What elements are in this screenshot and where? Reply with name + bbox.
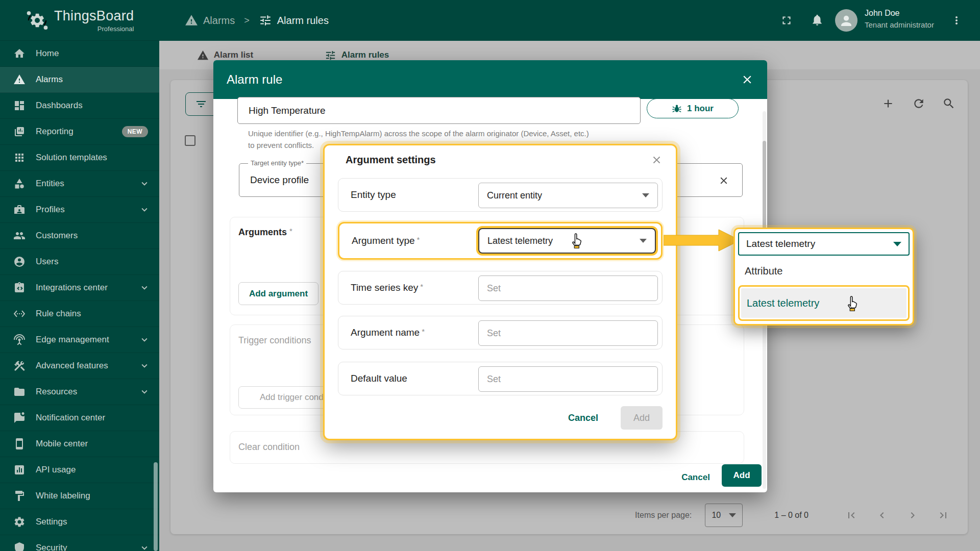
modal-header: Alarm rule (213, 60, 767, 99)
app: Alarms > Alarm rules John Doe Tenant adm… (0, 0, 980, 551)
new-badge: NEW (122, 126, 148, 137)
argument-settings-dialog: Argument settings Entity type Current en… (323, 144, 677, 440)
add-argument-button[interactable]: Add argument (238, 282, 318, 305)
chevron-down-icon (139, 386, 150, 397)
sidebar-item-entities[interactable]: Entities (0, 171, 159, 197)
bug-icon (672, 104, 682, 114)
user-name: John Doe (865, 9, 934, 18)
argument-type-select[interactable]: Latest telemetry (478, 228, 656, 254)
sidebar-item-white-labeling[interactable]: White labeling (0, 483, 159, 509)
sidebar-item-api-usage[interactable]: API usage (0, 457, 159, 483)
brand-name: ThingsBoard (54, 8, 134, 24)
sidebar-item-mobile-center[interactable]: Mobile center (0, 431, 159, 457)
argument-name-input[interactable]: Set (478, 320, 658, 346)
default-value-input[interactable]: Set (478, 366, 658, 392)
sidebar-item-dashboards[interactable]: Dashboards (0, 93, 159, 119)
option-label: Latest telemetry (747, 297, 819, 309)
sidebar-item-label: Rule chains (36, 309, 81, 319)
sidebar-item-label: Advanced features (36, 361, 108, 371)
time-series-key-row: Time series key* Set (338, 271, 663, 305)
notifications-bell-icon[interactable] (811, 13, 824, 27)
sidebar-item-settings[interactable]: Settings (0, 509, 159, 535)
sidebar-item-home[interactable]: Home (0, 41, 159, 67)
modal-cancel-button[interactable]: Cancel (673, 466, 719, 489)
sidebar-item-customers[interactable]: Customers (0, 223, 159, 249)
argument-type-label: Argument type* (352, 235, 420, 246)
entities-icon (13, 178, 26, 190)
resources-icon (13, 386, 26, 398)
sidebar-item-advanced-features[interactable]: Advanced features (0, 353, 159, 379)
sidebar-item-security[interactable]: Security (0, 535, 159, 551)
argument-type-select-zoomed[interactable]: Latest telemetry (738, 232, 910, 256)
close-icon[interactable] (651, 154, 663, 166)
required-mark: * (420, 282, 423, 291)
user-info[interactable]: John Doe Tenant administrator (865, 9, 934, 29)
chevron-down-icon (640, 239, 647, 243)
sidebar-item-label: Home (36, 48, 59, 59)
sidebar-item-label: Users (36, 257, 58, 267)
sidebar-item-edge-management[interactable]: Edge management (0, 327, 159, 353)
schedule-chip-button[interactable]: 1 hour (647, 98, 739, 118)
edge-management-icon (13, 334, 26, 346)
rule-chains-icon (13, 308, 26, 320)
sidebar-item-rule-chains[interactable]: Rule chains (0, 301, 159, 327)
trigger-conditions-heading: Trigger conditions (238, 335, 311, 346)
breadcrumb-alarm-rules: Alarm rules (277, 15, 329, 27)
alarm-type-input[interactable]: High Temperature (237, 97, 641, 124)
cursor-hand-icon (569, 232, 586, 249)
sidebar-item-solution-templates[interactable]: Solution templates (0, 145, 159, 171)
sidebar-item-integrations-center[interactable]: Integrations center (0, 275, 159, 301)
arguments-heading: Arguments* (238, 227, 292, 238)
sidebar-item-reporting[interactable]: ReportingNEW (0, 119, 159, 145)
sidebar-scrollbar[interactable] (154, 462, 158, 551)
brand-edition: Professional (54, 25, 134, 33)
option-attribute[interactable]: Attribute (738, 257, 910, 285)
more-vert-icon[interactable] (950, 14, 963, 27)
sidebar: ThingsBoard Professional Home Alarms Das… (0, 0, 159, 551)
helper-text-line1: Unique identifier (e.g., HighTempAlarm) … (248, 129, 589, 138)
breadcrumb-alarms[interactable]: Alarms (203, 15, 235, 27)
person-icon (838, 12, 855, 29)
home-icon (13, 47, 26, 60)
sidebar-item-label: Security (36, 543, 67, 551)
sidebar-item-label: Settings (36, 517, 67, 527)
sidebar-item-users[interactable]: Users (0, 249, 159, 275)
argument-type-value: Latest telemetry (487, 236, 553, 246)
warning-icon (185, 14, 198, 27)
tune-icon (259, 14, 272, 27)
sidebar-item-label: Integrations center (36, 283, 108, 293)
sidebar-item-notification-center[interactable]: Notification center (0, 405, 159, 431)
time-series-key-input[interactable]: Set (478, 276, 658, 301)
selected-value: Latest telemetry (746, 238, 815, 249)
helper-text-line2: to prevent conflicts. (248, 141, 314, 149)
sidebar-item-profiles[interactable]: Profiles (0, 197, 159, 223)
close-icon[interactable] (741, 73, 754, 86)
sidebar-item-label: Entities (36, 179, 64, 189)
chevron-down-icon (139, 542, 150, 551)
api-usage-icon (13, 464, 26, 476)
sidebar-item-label: API usage (36, 465, 76, 475)
sidebar-item-label: Reporting (36, 127, 74, 137)
argument-type-row-highlighted: Argument type* Latest telemetry (338, 222, 663, 260)
modal-add-button[interactable]: Add (722, 464, 762, 487)
entity-type-select[interactable]: Current entity (478, 183, 658, 208)
sidebar-item-label: Customers (36, 231, 78, 241)
entity-type-label: Entity type (351, 189, 396, 201)
brand-logo[interactable]: ThingsBoard Professional (0, 0, 159, 41)
sidebar-item-label: Dashboards (36, 101, 83, 111)
option-latest-telemetry-highlighted[interactable]: Latest telemetry (738, 285, 910, 321)
dialog-cancel-button[interactable]: Cancel (560, 406, 606, 430)
sidebar-item-alarms[interactable]: Alarms (0, 67, 159, 93)
clear-icon[interactable] (718, 175, 729, 186)
sidebar-item-label: Mobile center (36, 439, 88, 449)
sidebar-item-label: Resources (36, 387, 77, 397)
cursor-hand-icon (844, 294, 862, 312)
avatar[interactable] (835, 9, 857, 32)
chevron-down-icon (139, 204, 150, 215)
fullscreen-icon[interactable] (780, 14, 793, 27)
sidebar-item-resources[interactable]: Resources (0, 379, 159, 405)
dialog-add-button-disabled[interactable]: Add (621, 406, 663, 430)
default-value-label: Default value (351, 373, 407, 384)
user-role: Tenant administrator (865, 20, 934, 29)
modal-title: Alarm rule (227, 72, 282, 87)
